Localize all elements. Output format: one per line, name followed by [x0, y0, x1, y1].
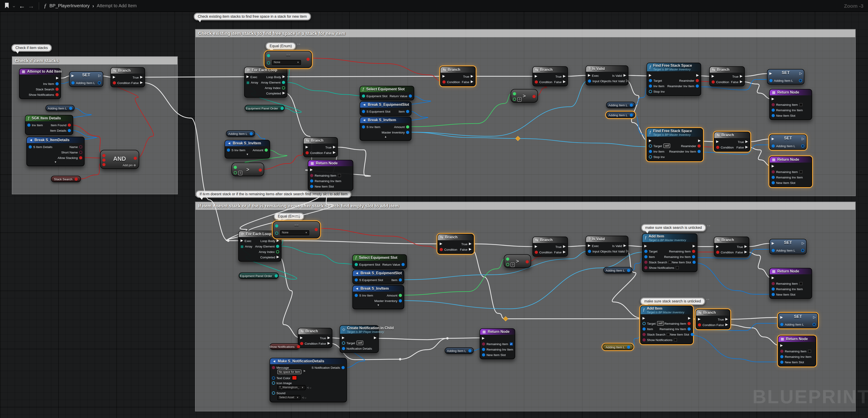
- pin-checkbox[interactable]: [808, 349, 811, 353]
- data-pin[interactable]: [272, 376, 275, 379]
- exec-pin[interactable]: ▶: [725, 323, 728, 326]
- comment-box-title[interactable]: Check if item stacks: [12, 57, 177, 65]
- data-pin[interactable]: [644, 250, 648, 253]
- data-pin[interactable]: [71, 81, 74, 84]
- data-pin[interactable]: [698, 323, 701, 326]
- variable-pill-pill-stack-search[interactable]: Stack Search: [51, 176, 81, 182]
- exec-pin[interactable]: ▶: [328, 342, 330, 345]
- collapse-chevron[interactable]: ▾: [353, 303, 404, 307]
- data-pin[interactable]: [406, 131, 409, 134]
- data-pin[interactable]: [272, 381, 275, 385]
- node-greater-3[interactable]: > 0: [504, 254, 531, 268]
- exec-pin[interactable]: ▶: [643, 316, 645, 320]
- output-pin[interactable]: [801, 144, 804, 147]
- exec-pin[interactable]: ▶: [113, 76, 116, 79]
- exec-pin[interactable]: ▶: [769, 72, 772, 75]
- bookmark-icon[interactable]: [4, 3, 9, 9]
- node-fn-sgk-item-details[interactable]: ƒSGK Item Details Inv Item Item Found It…: [25, 115, 73, 135]
- data-pin[interactable]: [399, 299, 402, 302]
- exec-pin[interactable]: ▶: [696, 73, 699, 77]
- node-branch-11[interactable]: ⇆Branch ▶ True▶ Condition False▶: [298, 328, 332, 348]
- node-set-adding-item-l-4[interactable]: SET ▶ ▷ Adding Item L: [769, 239, 807, 254]
- blueprint-canvas[interactable]: ⌄ ← → ƒ BP_PlayerInventory › Attempt to …: [0, 0, 868, 418]
- exec-pin[interactable]: ▷: [626, 249, 629, 253]
- pin-checkbox[interactable]: [799, 170, 802, 173]
- node-break-s-invitem-2[interactable]: ◄Break S_InvItem S Inv Item Amount Maste…: [360, 117, 411, 141]
- data-pin[interactable]: [355, 293, 358, 297]
- collapse-chevron[interactable]: ▴: [360, 135, 411, 139]
- data-pin[interactable]: [698, 144, 701, 148]
- pill-output-pin[interactable]: [630, 103, 633, 106]
- node-equal-enum-1[interactable]: == None▼: [265, 51, 312, 68]
- data-pin[interactable]: [649, 155, 652, 159]
- exec-pin[interactable]: ▶: [342, 336, 345, 339]
- exec-pin[interactable]: ▶: [374, 336, 376, 339]
- variable-pill-pill-equipment-panel-order-1[interactable]: Equipment Panel Order: [245, 105, 285, 111]
- use-asset-icons[interactable]: ⟲ ⌕: [302, 396, 306, 399]
- node-fn-find-free-stack-space-2[interactable]: ƒFind Free Stack SpaceTarget is BP Maste…: [647, 128, 703, 162]
- pill-output-pin[interactable]: [627, 269, 630, 272]
- data-pin[interactable]: [342, 347, 345, 350]
- node-set-adding-item-l-2[interactable]: SET ▶ ▷ Adding Item L: [767, 69, 804, 84]
- exec-pin[interactable]: ▶: [282, 75, 285, 78]
- exec-pin[interactable]: ▶: [588, 74, 591, 77]
- exec-pin[interactable]: ▶: [306, 145, 308, 149]
- variable-pill-pill-show-notifications[interactable]: Show Notifications: [270, 343, 300, 350]
- exec-pin[interactable]: ▶: [698, 139, 701, 142]
- node-is-valid-2[interactable]: ?Is Valid ▶Exec Is Valid▶ Input Object I…: [586, 236, 628, 256]
- data-pin[interactable]: [780, 355, 783, 358]
- data-pin[interactable]: [56, 88, 59, 91]
- node-branch-6[interactable]: ⇆Branch ▶ True▶ Condition False▶: [714, 132, 750, 152]
- exec-pin[interactable]: ▶: [745, 140, 748, 143]
- exec-pin[interactable]: ▶: [780, 344, 783, 347]
- variable-pill-pill-adding-item-l-5[interactable]: Adding Item L: [603, 267, 632, 273]
- bubble-pin-icons[interactable]: ▪ ▪: [306, 213, 308, 216]
- node-return-node-1[interactable]: ▦Return Node ▶ Remaining Item Remaining …: [308, 160, 353, 191]
- data-pin[interactable]: [79, 156, 82, 159]
- output-pin[interactable]: [812, 323, 816, 326]
- bool-output-pin[interactable]: [315, 228, 318, 231]
- num-input-pin[interactable]: [506, 257, 509, 260]
- bool-input-pin[interactable]: [102, 163, 105, 166]
- exec-pin[interactable]: ▶: [716, 140, 719, 143]
- data-pin[interactable]: [692, 260, 696, 264]
- data-pin[interactable]: [442, 80, 445, 83]
- pin-checkbox[interactable]: [799, 282, 802, 285]
- pin-value-field[interactable]: self: [356, 341, 364, 345]
- exec-pin[interactable]: ▶: [442, 75, 445, 78]
- node-set-adding-item-l-3[interactable]: SET ▶ ▷ Adding Item L: [769, 134, 807, 150]
- node-break-s-itemdetails[interactable]: ◄Break S_ItemDetails S Item Details Name…: [26, 137, 85, 166]
- data-pin[interactable]: [406, 125, 409, 128]
- node-fn-add-item-2[interactable]: ƒAdd ItemTarget is BP Master Inventory ▶…: [640, 306, 693, 344]
- data-pin[interactable]: [691, 333, 694, 336]
- node-return-node-2[interactable]: ▦Return Node ▶ Remaining Item Remaining …: [769, 89, 812, 120]
- num-input-pin[interactable]: [506, 263, 509, 266]
- pill-output-pin[interactable]: [627, 345, 630, 349]
- bool-input-pin[interactable]: [102, 159, 105, 162]
- node-return-node-4[interactable]: ▦Return Node ▶ Remaining Item Remaining …: [769, 268, 812, 299]
- exec-pin[interactable]: ▶: [276, 239, 279, 243]
- exec-pin[interactable]: ▶: [740, 80, 743, 83]
- data-pin[interactable]: [406, 110, 409, 113]
- output-pin[interactable]: [801, 249, 804, 252]
- data-pin[interactable]: [780, 360, 783, 363]
- exec-pin[interactable]: ▶: [649, 139, 652, 142]
- node-comment-bubble[interactable]: Check if item stacks: [11, 44, 52, 52]
- exec-pin[interactable]: ▶: [282, 92, 285, 95]
- bubble-pin-icons[interactable]: ▪ ▪: [707, 225, 710, 227]
- data-pin[interactable]: [649, 144, 652, 148]
- variable-pill-pill-adding-item-l-7[interactable]: Adding Item L: [445, 347, 474, 354]
- variable-pill-pill-equipment-panel-order-2[interactable]: Equipment Panel Order: [239, 273, 279, 279]
- data-pin[interactable]: [535, 250, 538, 254]
- data-pin[interactable]: [696, 84, 699, 88]
- node-set-adding-item-l-5[interactable]: SET ▶ ▷ Adding Item L: [778, 313, 818, 328]
- exec-pin[interactable]: ▶: [744, 250, 747, 254]
- variable-pill-pill-adding-item-l-3[interactable]: Adding Item L: [606, 102, 635, 108]
- exec-pin[interactable]: ▶: [56, 76, 59, 80]
- pin-value-field[interactable]: 0: [510, 263, 515, 267]
- node-return-node-5[interactable]: ▦Return Node ▶ Remaining Item Remaining …: [778, 336, 816, 367]
- data-pin[interactable]: [56, 82, 59, 85]
- pin-checkbox[interactable]: [667, 333, 670, 336]
- node-and-node[interactable]: AND Add pin ⊕: [100, 150, 139, 169]
- exec-pin[interactable]: ▶: [712, 75, 714, 78]
